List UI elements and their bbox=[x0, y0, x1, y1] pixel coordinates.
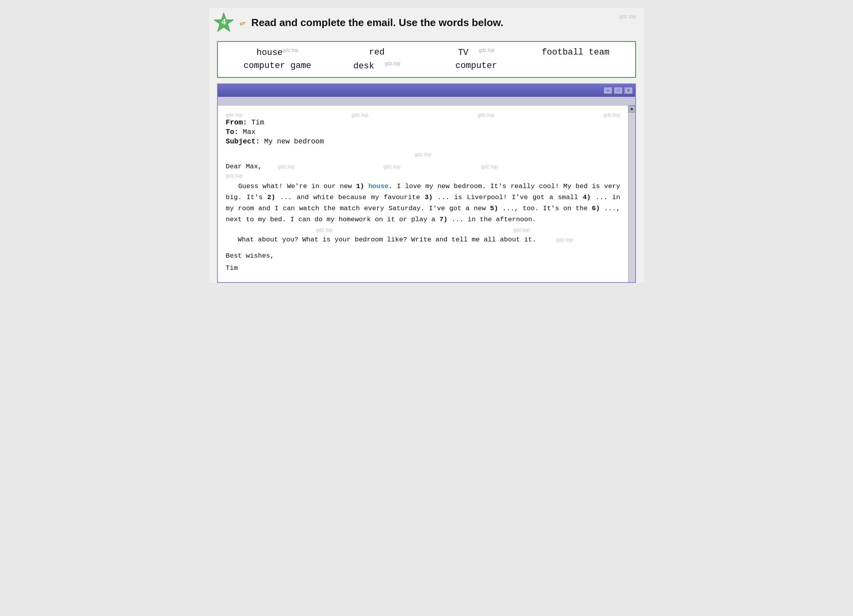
word-computer: computer bbox=[428, 61, 524, 71]
word-red: red bbox=[329, 47, 425, 58]
word-house: housegdz.top bbox=[230, 47, 325, 58]
instruction-text: Read and complete the email. Use the wor… bbox=[251, 17, 636, 29]
maximize-button[interactable]: □ bbox=[614, 87, 623, 94]
email-subject: Subject: My new bedroom bbox=[226, 138, 620, 145]
watermark-greeting3: gdz.top bbox=[481, 164, 498, 170]
watermark-greeting2: gdz.top bbox=[383, 164, 400, 170]
watermark-center: gdz.top bbox=[415, 151, 432, 157]
svg-text:4: 4 bbox=[221, 17, 226, 26]
word-box: housegdz.top red TV gdz.top football tea… bbox=[217, 41, 636, 78]
word-computer-game: computer game bbox=[230, 61, 325, 71]
header-row: 4 ✏ Read and complete the email. Use the… bbox=[209, 8, 644, 37]
email-toolbar bbox=[218, 97, 635, 105]
watermark-2: gdz.top bbox=[351, 112, 368, 118]
email-from: From: Tim bbox=[226, 119, 620, 126]
email-paragraph-1: Guess what! We're in our new 1) house. I… bbox=[226, 181, 620, 225]
email-to: To: Max bbox=[226, 128, 620, 136]
email-scrollbar: ▲ bbox=[628, 105, 635, 282]
watermark-mid2: gdz.top bbox=[513, 227, 530, 233]
email-paragraph-2: What about you? What is your bedroom lik… bbox=[226, 234, 620, 245]
email-greeting: Dear Max, gdz.top gdz.top gdz.top bbox=[226, 161, 620, 172]
email-closing: Best wishes,Tim bbox=[226, 250, 620, 274]
word-football-team: football team bbox=[528, 47, 624, 58]
page: 4 ✏ Read and complete the email. Use the… bbox=[209, 8, 644, 283]
minimize-button[interactable]: — bbox=[604, 87, 612, 94]
scroll-up-button[interactable]: ▲ bbox=[628, 105, 636, 113]
watermark-3: gdz.top bbox=[477, 112, 494, 118]
watermark-para2: gdz.top bbox=[556, 237, 573, 243]
watermark-4: gdz.top bbox=[603, 112, 620, 118]
word-empty bbox=[528, 61, 624, 71]
task-badge: 4 bbox=[213, 12, 234, 33]
email-content: gdz.top gdz.top gdz.top gdz.top From: Ti… bbox=[218, 105, 628, 282]
watermark-mid1: gdz.top bbox=[316, 227, 333, 233]
watermark-1: gdz.top bbox=[226, 112, 243, 118]
word-desk: desk gdz.top bbox=[329, 61, 425, 71]
watermark-greeting: gdz.top bbox=[278, 164, 295, 170]
watermark-para1: gdz.top bbox=[226, 173, 243, 179]
word-tv: TV gdz.top bbox=[428, 47, 524, 58]
email-window: — □ ✕ gdz.top gdz.top gdz.top gdz.top Fr… bbox=[217, 83, 636, 283]
close-button[interactable]: ✕ bbox=[624, 87, 633, 94]
pencil-icon: ✏ bbox=[237, 15, 248, 30]
email-body-wrap: gdz.top gdz.top gdz.top gdz.top From: Ti… bbox=[218, 105, 635, 282]
email-titlebar: — □ ✕ bbox=[218, 84, 635, 97]
